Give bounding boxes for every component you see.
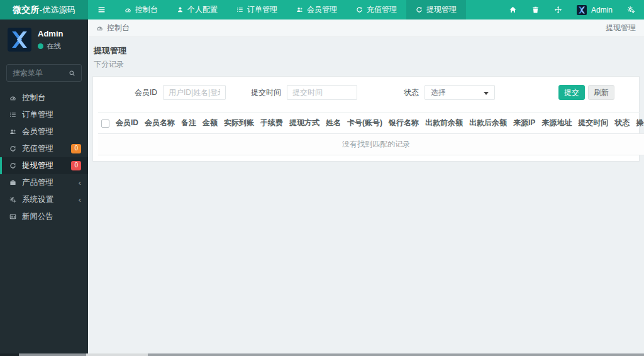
col-member-id: 会员ID (113, 113, 142, 134)
logo-x-icon (8, 28, 31, 52)
sidebar-item-label: 订单管理 (22, 109, 53, 120)
sidebar-search (6, 64, 82, 82)
col-card-number: 卡号(账号) (344, 113, 386, 134)
filter-form: 会员ID 提交时间 状态 选择 提交 刷新 (93, 77, 639, 108)
home-icon (509, 6, 517, 14)
sidebar-item-members[interactable]: 会员管理 (0, 123, 88, 140)
sidebar: Admin 在线 控制台 订单管理 会员管理 充值管理 0 (0, 19, 88, 356)
refresh-button[interactable]: 刷新 (588, 85, 614, 100)
col-remark: 备注 (178, 113, 199, 134)
content-panel: 会员ID 提交时间 状态 选择 提交 刷新 会员ID 会员名称 备注 金额 实际… (92, 76, 640, 162)
status-label: 状态 (404, 87, 419, 98)
fullscreen-button[interactable] (554, 6, 562, 14)
recharge-count-badge: 0 (71, 144, 81, 153)
status-select[interactable]: 选择 (425, 85, 495, 100)
col-balance-before: 出款前余额 (422, 113, 466, 134)
sidebar-toggle-button[interactable] (88, 0, 115, 19)
app-logo-rest: -优选源码 (40, 4, 75, 16)
list-icon (9, 111, 16, 118)
refresh-icon (416, 6, 423, 13)
user-name: Admin (591, 6, 613, 14)
scrollbar-thumb[interactable] (148, 353, 644, 356)
col-amount: 金额 (199, 113, 221, 134)
scrollbar-track (0, 353, 19, 356)
topnav-item-orders[interactable]: 订单管理 (227, 0, 287, 19)
sidebar-item-products[interactable]: 产品管理 ‹ (0, 174, 88, 191)
col-actions: 操作 (633, 113, 644, 134)
tachometer-icon (125, 6, 131, 13)
logo-x-icon (577, 5, 587, 15)
caret-down-icon (484, 92, 489, 97)
topnav-item-members[interactable]: 会员管理 (287, 0, 347, 19)
sidebar-item-settings[interactable]: 系统设置 ‹ (0, 191, 88, 208)
topnav-item-profile[interactable]: 个人配置 (167, 0, 227, 19)
sidebar-item-label: 新闻公告 (22, 211, 53, 222)
app-logo: 微交所-优选源码 (0, 0, 88, 19)
sidebar-item-label: 提现管理 (22, 160, 53, 171)
settings-button[interactable] (627, 6, 635, 14)
withdraw-table: 会员ID 会员名称 备注 金额 实际到账 手续费 提现方式 姓名 卡号(账号) … (98, 112, 644, 155)
sidebar-item-recharge[interactable]: 充值管理 0 (0, 140, 88, 157)
search-icon[interactable] (69, 70, 75, 77)
col-status: 状态 (611, 113, 633, 134)
topbar-tools: Admin (509, 0, 644, 19)
submit-button[interactable]: 提交 (558, 85, 585, 100)
breadcrumb-home[interactable]: 控制台 (107, 23, 130, 33)
menu-search-input[interactable] (13, 69, 69, 77)
member-id-input[interactable] (163, 85, 226, 100)
topnav-item-withdraw[interactable]: 提现管理 (406, 0, 466, 19)
breadcrumb: 控制台 提现管理 (88, 19, 644, 37)
col-fee: 手续费 (257, 113, 286, 134)
sidebar-item-label: 系统设置 (22, 194, 53, 205)
scrollbar-thumb[interactable] (19, 353, 86, 356)
top-navbar: 微交所-优选源码 控制台 个人配置 订单管理 会员管理 充值管理 提现管理 (0, 0, 644, 19)
empty-state-text: 没有找到匹配的记录 (98, 134, 644, 155)
list-icon (236, 6, 243, 13)
sidebar-item-news[interactable]: 新闻公告 (0, 208, 88, 225)
top-nav: 控制台 个人配置 订单管理 会员管理 充值管理 提现管理 (115, 0, 466, 19)
sidebar-item-label: 充值管理 (22, 143, 53, 154)
user-menu[interactable]: Admin (577, 5, 613, 15)
home-button[interactable] (509, 6, 517, 14)
col-member-name: 会员名称 (142, 113, 178, 134)
col-actual-amount: 实际到账 (221, 113, 257, 134)
col-name: 姓名 (323, 113, 344, 134)
topnav-item-dashboard[interactable]: 控制台 (115, 0, 167, 19)
page-heading: 提现管理 下分记录 (88, 37, 644, 76)
sidebar-item-withdraw[interactable]: 提现管理 0 (0, 157, 88, 174)
hamburger-icon (97, 6, 106, 14)
chevron-left-icon: ‹ (79, 196, 81, 204)
sidebar-item-orders[interactable]: 订单管理 (0, 106, 88, 123)
expand-icon (554, 6, 562, 14)
member-id-label: 会员ID (135, 87, 157, 98)
tachometer-icon (9, 94, 16, 101)
newspaper-icon (9, 213, 16, 220)
sidebar-menu: 控制台 订单管理 会员管理 充值管理 0 提现管理 0 产品管理 ‹ 系统设置 (0, 89, 88, 225)
submit-time-input[interactable] (287, 85, 357, 100)
sidebar-item-label: 控制台 (22, 92, 46, 103)
clear-cache-button[interactable] (531, 6, 540, 14)
cogs-icon (9, 196, 16, 203)
col-withdraw-method: 提现方式 (286, 113, 323, 134)
page-title: 提现管理 (94, 45, 634, 57)
topnav-item-recharge[interactable]: 充值管理 (347, 0, 406, 19)
refresh-icon (9, 145, 16, 152)
topnav-label: 控制台 (135, 4, 158, 15)
topnav-label: 充值管理 (367, 4, 397, 15)
col-bank-name: 银行名称 (386, 113, 422, 134)
tachometer-icon (96, 25, 103, 31)
col-submit-time: 提交时间 (575, 113, 611, 134)
chevron-left-icon: ‹ (79, 179, 81, 187)
sidebar-item-dashboard[interactable]: 控制台 (0, 89, 88, 106)
trash-icon (531, 6, 540, 14)
select-all-checkbox[interactable] (101, 120, 109, 128)
col-balance-after: 出款后余额 (466, 113, 510, 134)
col-source-address: 来源地址 (538, 113, 575, 134)
col-source-ip: 来源IP (510, 113, 538, 134)
cogs-icon (627, 6, 635, 14)
topnav-label: 订单管理 (247, 4, 277, 15)
topnav-label: 个人配置 (187, 4, 218, 15)
header-checkbox-cell (98, 113, 113, 134)
app-logo-bold: 微交所 (13, 4, 40, 16)
refresh-icon (9, 162, 16, 169)
